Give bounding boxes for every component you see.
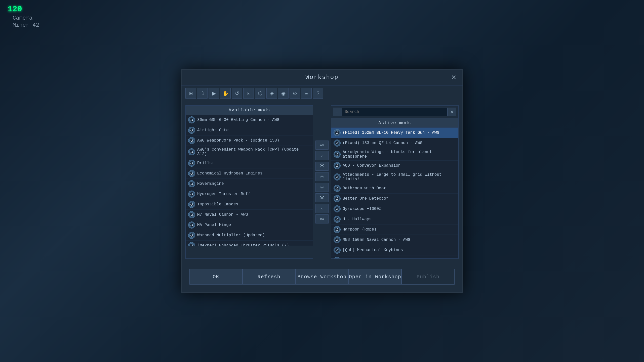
available-mod-item[interactable]: [Mexpex] Enhanced Thruster Visuals (7) bbox=[186, 241, 313, 246]
active-mod-item[interactable]: M58 150mm Naval Cannon - AWG bbox=[331, 235, 458, 245]
available-mod-item[interactable]: MA Panel Hinge bbox=[186, 220, 313, 230]
steam-icon bbox=[334, 151, 341, 158]
available-mod-item[interactable]: Warhead Multiplier (Updated) bbox=[186, 230, 313, 241]
steam-icon bbox=[188, 221, 195, 229]
svg-point-17 bbox=[192, 203, 193, 204]
paint-icon[interactable]: ◉ bbox=[278, 88, 289, 99]
mod-name: AWG's Convenient Weapon Pack [CWP] (Upda… bbox=[197, 147, 310, 156]
move-up-button[interactable] bbox=[315, 172, 329, 181]
refresh-button[interactable]: Refresh bbox=[243, 269, 296, 285]
active-mod-item[interactable]: Harpoon (Rope) bbox=[331, 224, 458, 235]
svg-point-35 bbox=[338, 165, 338, 165]
mod-name: HoverEngine bbox=[197, 182, 224, 186]
active-mod-item[interactable]: (Fixed) 152mm BL-10 Heavy Tank Gun - AWG bbox=[331, 128, 458, 138]
active-mod-item[interactable]: [QoL] Mechanical Keybinds bbox=[331, 245, 458, 255]
dialog-title: Workshop bbox=[305, 74, 338, 81]
steam-icon bbox=[334, 185, 341, 192]
steam-icon bbox=[334, 129, 341, 136]
search-clear-button[interactable]: ✕ bbox=[447, 108, 456, 116]
add-all-button[interactable]: »» bbox=[315, 141, 329, 150]
active-mod-item[interactable]: Bathroom with Door bbox=[331, 183, 458, 194]
crescent-icon[interactable]: ☽ bbox=[197, 88, 208, 99]
available-mod-item[interactable]: Economical Hydrogen Engines bbox=[186, 168, 313, 179]
mod-name: MA Panel Hinge bbox=[197, 223, 231, 227]
svg-point-44 bbox=[335, 217, 339, 221]
svg-point-39 bbox=[338, 187, 338, 188]
mod-name: Economical Hydrogen Engines bbox=[197, 171, 262, 176]
open-in-workshop-button[interactable]: Open in Workshop bbox=[348, 269, 401, 285]
svg-point-34 bbox=[335, 164, 339, 168]
available-mod-item[interactable]: Drills+ bbox=[186, 158, 313, 168]
add-one-button[interactable]: › bbox=[315, 151, 329, 160]
close-button[interactable]: ✕ bbox=[449, 73, 459, 82]
workshop-dialog: Workshop ✕ ⊞☽▶✋↺⊡⬡◈◉⊘⊟? Available mods 3… bbox=[181, 69, 463, 293]
available-mod-item[interactable]: AWG WeaponCore Pack - (Update 153) bbox=[186, 135, 313, 146]
mod-name: (Fixed) 152mm BL-10 Heavy Tank Gun - AWG bbox=[343, 130, 439, 135]
rotate-icon[interactable]: ↺ bbox=[232, 88, 242, 99]
available-mod-item[interactable]: M7 Naval Cannon - AWG bbox=[186, 210, 313, 220]
svg-point-48 bbox=[335, 238, 339, 242]
active-mod-item[interactable]: Better Ore Detector bbox=[331, 194, 458, 204]
available-mod-item[interactable]: Airtight Gate bbox=[186, 125, 313, 135]
steam-icon bbox=[334, 205, 341, 212]
active-mod-item[interactable]: AQD - Conveyor Expansion bbox=[331, 161, 458, 171]
svg-point-33 bbox=[338, 153, 338, 154]
dialog-overlay: Workshop ✕ ⊞☽▶✋↺⊡⬡◈◉⊘⊟? Available mods 3… bbox=[0, 0, 644, 362]
active-mod-item[interactable]: Plane Parts bbox=[331, 255, 458, 258]
mod-name: [Mexpex] Enhanced Thruster Visuals (7) bbox=[197, 243, 289, 246]
active-mod-item[interactable]: H - Hallways bbox=[331, 214, 458, 224]
mod-name: Warhead Multiplier (Updated) bbox=[197, 233, 265, 238]
available-mod-item[interactable]: AWG's Convenient Weapon Pack [CWP] (Upda… bbox=[186, 146, 313, 158]
svg-point-43 bbox=[338, 208, 338, 209]
svg-point-0 bbox=[190, 118, 194, 122]
move-top-button[interactable] bbox=[315, 162, 329, 171]
active-mod-item[interactable]: (Fixed) 183 mm QF L4 Cannon - AWG bbox=[331, 138, 458, 148]
browse-workshop-button[interactable]: Browse Workshop bbox=[296, 269, 349, 285]
available-panel: Available mods 30mm GSh-6-30 Gatling Can… bbox=[185, 105, 313, 259]
svg-point-6 bbox=[190, 150, 194, 154]
move-bottom-button[interactable] bbox=[315, 193, 329, 202]
remove-all-button[interactable]: «« bbox=[315, 214, 329, 223]
svg-point-49 bbox=[338, 239, 338, 240]
hand-icon[interactable]: ✋ bbox=[220, 88, 231, 99]
steam-icon bbox=[188, 242, 195, 246]
available-mod-item[interactable]: 30mm GSh-6-30 Gatling Cannon - AWG bbox=[186, 115, 313, 125]
active-mods-list[interactable]: (Fixed) 152mm BL-10 Heavy Tank Gun - AWG… bbox=[331, 128, 458, 258]
ok-button[interactable]: OK bbox=[189, 269, 243, 285]
publish-button[interactable]: Publish bbox=[401, 269, 455, 285]
search-options-button[interactable]: ... bbox=[333, 108, 342, 116]
svg-point-22 bbox=[190, 233, 194, 238]
play-icon[interactable]: ▶ bbox=[209, 88, 219, 99]
file-icon[interactable]: ⬡ bbox=[255, 88, 265, 99]
svg-point-42 bbox=[335, 207, 339, 211]
mod-name: Attachments - large to small grid withou… bbox=[343, 172, 456, 182]
mod-name: H - Hallways bbox=[343, 217, 372, 221]
steam-icon bbox=[188, 211, 195, 218]
mod-name: [QoL] Mechanical Keybinds bbox=[343, 248, 403, 252]
cross-icon[interactable]: ⊘ bbox=[290, 88, 300, 99]
available-mod-item[interactable]: Hydrogen Thruster Buff bbox=[186, 189, 313, 199]
window-icon[interactable]: ⊟ bbox=[301, 88, 312, 99]
help-icon[interactable]: ? bbox=[313, 88, 323, 99]
move-down-button[interactable] bbox=[315, 183, 329, 192]
active-mod-item[interactable]: Gyroscope +1000% bbox=[331, 204, 458, 214]
mod-name: M58 150mm Naval Cannon - AWG bbox=[343, 238, 410, 242]
dock-icon[interactable]: ⊡ bbox=[243, 88, 254, 99]
remove-one-button[interactable]: ‹ bbox=[315, 204, 329, 213]
grid-icon[interactable]: ⊞ bbox=[185, 88, 196, 99]
svg-point-21 bbox=[192, 224, 193, 225]
active-mod-item[interactable]: Aerodynamic Wings - blocks for planet at… bbox=[331, 148, 458, 161]
svg-point-41 bbox=[338, 198, 338, 198]
available-mod-item[interactable]: Impossible Images bbox=[186, 199, 313, 210]
steam-icon bbox=[334, 236, 341, 243]
steam-icon bbox=[334, 216, 341, 223]
steam-icon bbox=[188, 170, 195, 177]
svg-point-12 bbox=[190, 182, 194, 186]
svg-point-9 bbox=[192, 162, 193, 163]
steam-icon bbox=[334, 195, 341, 202]
available-mod-item[interactable]: HoverEngine bbox=[186, 179, 313, 189]
search-input[interactable] bbox=[342, 108, 447, 116]
cube-icon[interactable]: ◈ bbox=[266, 88, 277, 99]
active-mod-item[interactable]: Attachments - large to small grid withou… bbox=[331, 171, 458, 183]
available-mods-list[interactable]: 30mm GSh-6-30 Gatling Cannon - AWG Airti… bbox=[186, 115, 313, 246]
